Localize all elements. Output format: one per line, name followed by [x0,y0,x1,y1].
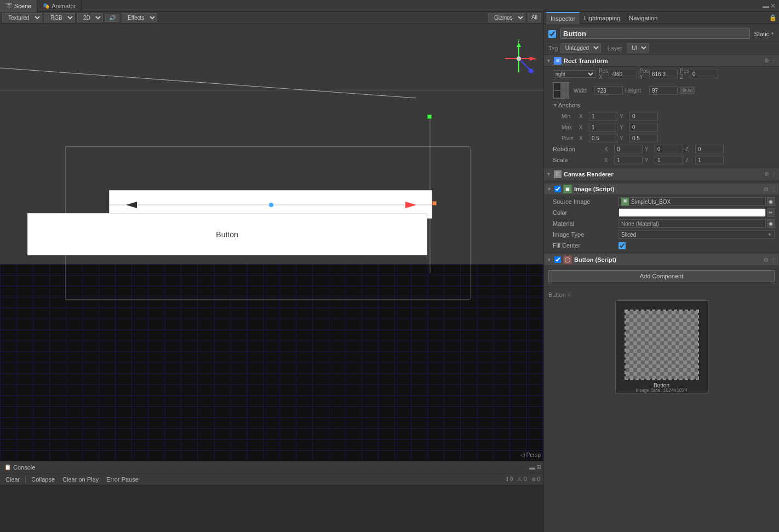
svg-text:X: X [534,56,537,61]
anchor-tl [553,83,561,90]
anchor-bl [553,90,561,98]
rect-transform-more-btn[interactable]: ⋮ [771,58,777,64]
color-eyedrop-btn[interactable]: ✏ [767,208,775,217]
console-toolbar: Clear Collapse Clear on Play Error Pause… [0,473,543,485]
clear-on-play-button[interactable]: Clear on Play [60,476,101,483]
fill-center-checkbox[interactable] [618,242,626,249]
material-name: None (Material) [621,221,659,227]
canvas-renderer-settings-btn[interactable]: ⚙ [764,171,769,177]
posy-field[interactable] [649,70,678,78]
scale-y-field[interactable] [655,156,683,164]
anchor-max-y-field[interactable] [629,123,658,131]
effects-dropdown[interactable]: Effects [122,13,157,22]
svg-marker-13 [405,202,416,208]
button-script-enabled[interactable] [554,256,561,263]
bottom-button-rect[interactable]: Button [27,213,427,255]
console-maximize-button[interactable]: ⊞ [536,464,541,471]
inspector-lock-button[interactable]: 🔒 [769,14,777,21]
button-script-more-btn[interactable]: ⋮ [771,257,776,263]
source-image-pick-btn[interactable]: ◉ [767,197,775,206]
main-area: Textured RGB 2D 🔊 Effects Gizmos All [0,12,779,532]
inspector-panel: Inspector Lightmapping Navigation 🔒 Stat… [543,12,779,532]
console-right-icons: ℹ 0 ⚠ 0 ⊗ 0 [506,476,540,482]
material-field[interactable]: None (Material) [618,219,766,228]
scene-viewport[interactable]: Y X Z ◁ Persp [0,24,543,461]
add-component-button[interactable]: Add Component [548,270,775,282]
image-script-collapse-arrow: ▼ [547,186,552,192]
image-type-arrow: ▼ [767,232,772,237]
anchor-tr [561,83,569,90]
canvas-renderer-more-btn[interactable]: ⋮ [771,171,777,177]
gizmos-dropdown[interactable]: Gizmos [488,13,525,22]
object-enabled-checkbox[interactable] [548,30,556,38]
anchor-widget [553,82,569,99]
animator-tab-icon: 🎭 [43,3,49,9]
layer-dropdown[interactable]: UI [627,43,649,53]
console-tab[interactable]: 📋 Console [2,464,37,471]
height-label: Height [625,88,647,94]
orange-handle[interactable] [432,201,437,205]
rotation-x-field[interactable] [614,145,643,153]
warn-icon: ⚠ 0 [517,476,526,482]
image-script-settings-btn[interactable]: ⚙ [764,186,769,192]
button-script-header[interactable]: ▼ ◯ Button (Script) ⚙ ⋮ [544,254,779,266]
button-script-settings-btn[interactable]: ⚙ [764,257,769,263]
canvas-renderer-header[interactable]: ▼ ⊡ Canvas Renderer ⚙ ⋮ [544,168,779,180]
maximize-button[interactable]: ▬ [763,2,769,10]
rect-transform-header[interactable]: ▼ ⊞ Rect Transform ⚙ ⋮ [544,55,779,67]
all-dropdown[interactable]: All [528,13,541,22]
scene-tab-label: Scene [14,3,31,9]
audio-toggle[interactable]: 🔊 [105,14,119,22]
inspector-tab[interactable]: Inspector [546,12,580,24]
rotation-z-field[interactable] [695,145,724,153]
close-tab-button[interactable]: ✕ [770,2,776,10]
clear-button[interactable]: Clear [3,476,22,483]
scale-z-field[interactable] [695,156,724,164]
posx-field[interactable] [609,70,637,78]
scene-panel: Textured RGB 2D 🔊 Effects Gizmos All [0,12,543,532]
animator-tab[interactable]: 🎭 Animator [37,0,82,12]
rgb-dropdown[interactable]: RGB [44,13,75,22]
rotation-y-field[interactable] [655,145,683,153]
gizmo-up-line [429,119,431,190]
navigation-tab[interactable]: Navigation [625,12,662,24]
twod-dropdown[interactable]: 2D [77,13,103,22]
textured-dropdown[interactable]: Textured [2,13,42,22]
material-pick-btn[interactable]: ◉ [767,219,775,228]
green-handle[interactable] [427,115,432,119]
color-swatch[interactable] [618,208,766,217]
anchor-max-x-field[interactable] [589,123,617,131]
anchor-pos-dropdown[interactable]: right [553,70,595,78]
tag-dropdown[interactable]: Untagged [560,43,601,53]
error-pause-button[interactable]: Error Pause [104,476,141,483]
top-tab-bar: 🎬 Scene 🎭 Animator ▬ ✕ [0,0,779,12]
rotation-label: Rotation [553,146,602,152]
image-script-settings: ⚙ ⋮ [764,186,776,192]
console-minimize-button[interactable]: ▬ [529,464,535,471]
rotation-row: Rotation X Y Z [544,144,779,155]
console-tab-label: Console [13,464,35,471]
lightmapping-tab[interactable]: Lightmapping [580,12,625,24]
rotation-x-label: X [604,146,612,152]
pivot-y-label: Y [620,135,627,141]
pivot-y-field[interactable] [629,134,658,142]
rect-transform-settings-btn[interactable]: ⚙ [764,58,769,64]
rect-reset-button[interactable]: ⟳ R [680,87,695,94]
pivot-x-field[interactable] [589,134,617,142]
image-script-more-btn[interactable]: ⋮ [771,186,776,192]
posz-field[interactable] [690,70,718,78]
rect-transform-collapse-arrow: ▼ [546,58,552,64]
image-type-field[interactable]: Sliced ▼ [618,230,775,239]
source-image-row: Source Image ▣ SimpleUIs_BOX ◉ [544,196,779,207]
anchor-min-x-field[interactable] [589,112,617,121]
object-name-field[interactable] [560,28,750,39]
scene-tab[interactable]: 🎬 Scene [0,0,37,12]
image-script-enabled[interactable] [554,186,561,192]
image-script-header[interactable]: ▼ ▣ Image (Script) ⚙ ⋮ [544,183,779,195]
collapse-button[interactable]: Collapse [29,476,57,483]
anchor-min-y-field[interactable] [629,112,658,121]
height-field[interactable] [649,86,678,95]
source-image-field[interactable]: ▣ SimpleUIs_BOX [618,197,766,206]
scale-x-field[interactable] [614,156,643,164]
width-field[interactable] [594,86,623,95]
